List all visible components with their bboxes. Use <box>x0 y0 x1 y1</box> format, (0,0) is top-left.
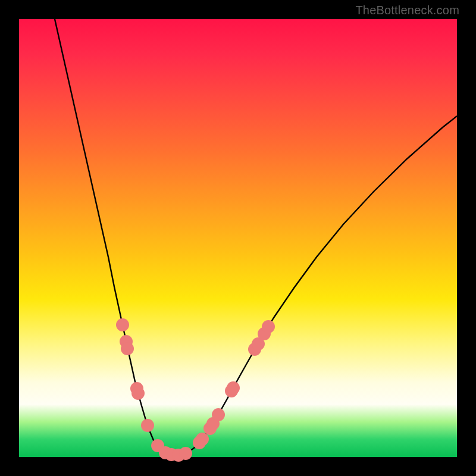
data-marker <box>196 433 209 446</box>
data-marker <box>262 320 275 333</box>
data-marker <box>121 342 134 355</box>
curve-markers <box>116 318 275 462</box>
data-marker <box>227 381 240 394</box>
data-marker <box>116 318 129 331</box>
curve-svg <box>19 19 457 457</box>
watermark-text: TheBottleneck.com <box>355 4 459 17</box>
data-marker <box>131 387 145 400</box>
bottleneck-curve <box>55 19 457 456</box>
plot-area <box>19 19 457 457</box>
chart-stage: TheBottleneck.com <box>0 0 476 476</box>
data-marker <box>212 408 225 421</box>
data-marker <box>179 447 192 460</box>
data-marker <box>141 419 154 432</box>
